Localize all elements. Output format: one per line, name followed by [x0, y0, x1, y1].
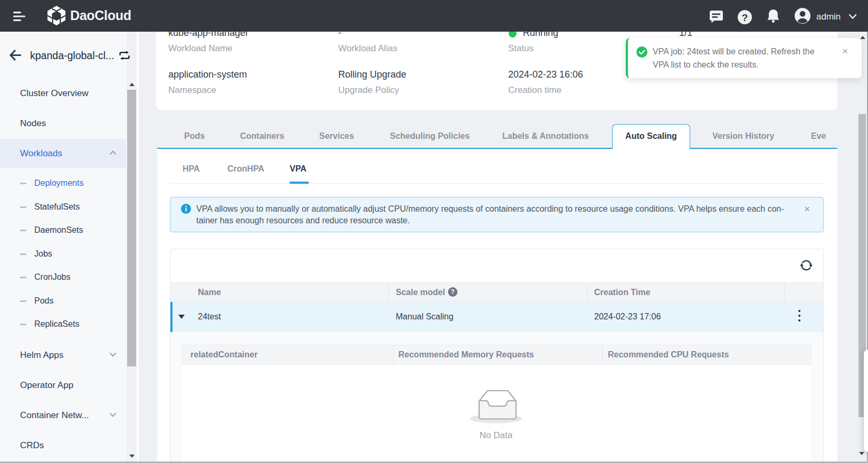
svg-text:?: ?: [451, 288, 454, 296]
svg-text:?: ?: [742, 12, 748, 23]
